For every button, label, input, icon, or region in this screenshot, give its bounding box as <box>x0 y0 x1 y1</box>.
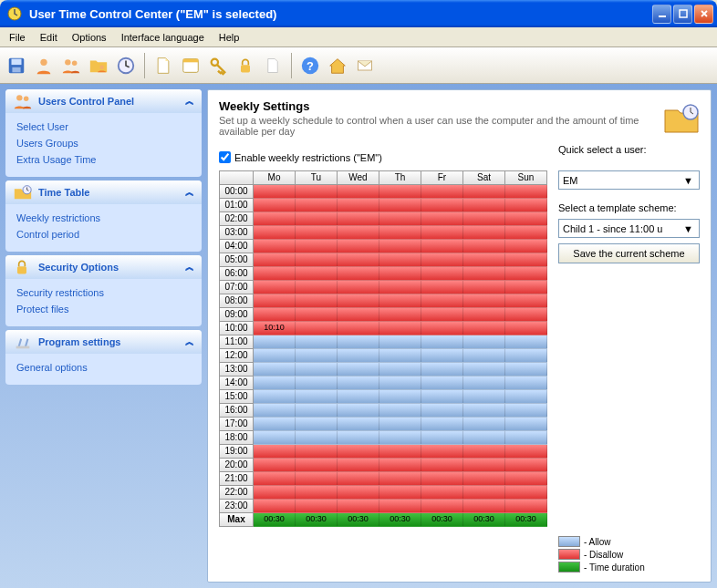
schedule-cell[interactable] <box>421 335 463 349</box>
schedule-cell[interactable] <box>421 240 463 253</box>
schedule-cell[interactable] <box>254 294 296 308</box>
max-cell[interactable]: 00:30 <box>463 513 505 527</box>
schedule-cell[interactable] <box>505 459 547 472</box>
schedule-cell[interactable] <box>463 363 505 377</box>
schedule-cell[interactable] <box>296 212 338 226</box>
schedule-cell[interactable] <box>421 404 463 418</box>
schedule-cell[interactable] <box>379 404 421 418</box>
page-icon[interactable] <box>152 55 174 77</box>
schedule-cell[interactable] <box>338 322 379 335</box>
schedule-cell[interactable] <box>296 486 338 500</box>
schedule-cell[interactable] <box>254 308 296 322</box>
schedule-cell[interactable] <box>421 253 463 267</box>
schedule-cell[interactable] <box>421 308 463 322</box>
schedule-cell[interactable] <box>338 459 379 472</box>
schedule-cell[interactable] <box>463 390 505 404</box>
schedule-cell[interactable] <box>379 199 421 212</box>
schedule-cell[interactable] <box>254 199 296 212</box>
schedule-cell[interactable] <box>254 500 296 513</box>
schedule-cell[interactable] <box>296 404 338 418</box>
schedule-cell[interactable] <box>421 226 463 240</box>
schedule-cell[interactable] <box>296 500 338 513</box>
schedule-cell[interactable] <box>421 431 463 445</box>
max-cell[interactable]: 00:30 <box>505 513 547 527</box>
close-button[interactable] <box>694 5 713 24</box>
schedule-cell[interactable] <box>254 404 296 418</box>
sidebar-item[interactable]: Select User <box>16 119 191 135</box>
schedule-cell[interactable] <box>463 212 505 226</box>
schedule-cell[interactable] <box>505 445 547 459</box>
schedule-cell[interactable] <box>463 322 505 335</box>
users-icon[interactable] <box>60 55 82 77</box>
schedule-cell[interactable] <box>463 281 505 294</box>
schedule-cell[interactable] <box>338 500 379 513</box>
schedule-cell[interactable] <box>505 349 547 363</box>
schedule-cell[interactable] <box>338 212 379 226</box>
schedule-cell[interactable] <box>505 500 547 513</box>
schedule-cell[interactable] <box>296 185 338 199</box>
schedule-cell[interactable] <box>463 445 505 459</box>
schedule-cell[interactable] <box>505 281 547 294</box>
schedule-cell[interactable] <box>463 240 505 253</box>
schedule-cell[interactable] <box>379 253 421 267</box>
user-icon[interactable] <box>33 55 55 77</box>
help-icon[interactable]: ? <box>299 55 321 77</box>
schedule-cell[interactable] <box>254 431 296 445</box>
schedule-cell[interactable] <box>379 267 421 281</box>
schedule-cell[interactable] <box>254 390 296 404</box>
schedule-cell[interactable] <box>505 212 547 226</box>
schedule-cell[interactable] <box>338 253 379 267</box>
schedule-cell[interactable] <box>379 294 421 308</box>
schedule-cell[interactable] <box>338 431 379 445</box>
schedule-cell[interactable] <box>379 240 421 253</box>
schedule-cell[interactable] <box>463 500 505 513</box>
menu-help[interactable]: Help <box>215 30 244 45</box>
schedule-cell[interactable] <box>379 212 421 226</box>
schedule-cell[interactable] <box>338 267 379 281</box>
schedule-cell[interactable] <box>421 267 463 281</box>
schedule-cell[interactable] <box>296 418 338 431</box>
browser-icon[interactable] <box>180 55 202 77</box>
schedule-cell[interactable] <box>254 281 296 294</box>
schedule-cell[interactable] <box>338 294 379 308</box>
menu-options[interactable]: Options <box>68 30 110 45</box>
schedule-cell[interactable] <box>379 377 421 390</box>
schedule-cell[interactable] <box>463 349 505 363</box>
schedule-cell[interactable] <box>463 431 505 445</box>
schedule-cell[interactable] <box>296 431 338 445</box>
schedule-cell[interactable] <box>379 185 421 199</box>
schedule-cell[interactable] <box>505 226 547 240</box>
schedule-cell[interactable] <box>338 445 379 459</box>
schedule-cell[interactable] <box>379 308 421 322</box>
schedule-cell[interactable] <box>254 459 296 472</box>
schedule-cell[interactable] <box>463 185 505 199</box>
schedule-cell[interactable] <box>421 472 463 486</box>
schedule-cell[interactable] <box>296 335 338 349</box>
schedule-cell[interactable] <box>421 185 463 199</box>
schedule-cell[interactable] <box>379 500 421 513</box>
schedule-cell[interactable] <box>338 349 379 363</box>
schedule-cell[interactable] <box>463 404 505 418</box>
schedule-cell[interactable] <box>338 418 379 431</box>
mail-icon[interactable] <box>354 55 376 77</box>
schedule-cell[interactable] <box>379 472 421 486</box>
schedule-cell[interactable] <box>379 431 421 445</box>
schedule-cell[interactable] <box>296 240 338 253</box>
schedule-cell[interactable] <box>254 267 296 281</box>
schedule-cell[interactable] <box>421 486 463 500</box>
schedule-cell[interactable] <box>254 472 296 486</box>
lock-icon[interactable] <box>234 55 256 77</box>
schedule-cell[interactable] <box>338 390 379 404</box>
schedule-cell[interactable] <box>505 404 547 418</box>
schedule-cell[interactable] <box>296 363 338 377</box>
schedule-cell[interactable] <box>505 363 547 377</box>
schedule-cell[interactable] <box>254 486 296 500</box>
schedule-cell[interactable] <box>379 322 421 335</box>
schedule-cell[interactable] <box>254 253 296 267</box>
schedule-cell[interactable] <box>505 486 547 500</box>
schedule-cell[interactable] <box>463 253 505 267</box>
sidebar-item[interactable]: Protect files <box>16 301 191 317</box>
schedule-cell[interactable] <box>296 349 338 363</box>
schedule-cell[interactable] <box>505 377 547 390</box>
schedule-cell[interactable] <box>254 185 296 199</box>
